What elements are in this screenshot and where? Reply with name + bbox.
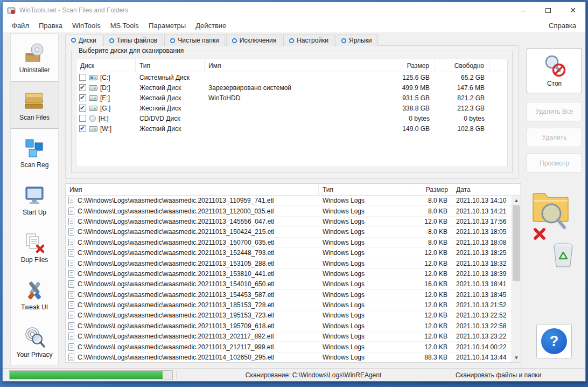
file-icon [68, 312, 74, 319]
scroll-down-icon[interactable]: ▼ [512, 353, 521, 362]
file-row[interactable]: C:\Windows\Logs\waasmedic\waasmedic.2021… [66, 248, 512, 258]
sidebar-item-uninstaller[interactable]: Uninstaller [11, 34, 58, 81]
preview-button[interactable]: Просмотр [527, 154, 582, 173]
file-size: 12.0 KB [410, 312, 452, 319]
file-row[interactable]: C:\Windows\Logs\waasmedic\waasmedic.2021… [66, 227, 512, 237]
file-list-header: Имя Тип Размер Дата [66, 184, 521, 196]
scroll-up-icon[interactable]: ▲ [512, 196, 521, 205]
recycle-bin-icon [548, 239, 579, 271]
sidebar-item-scan-files[interactable]: Scan Files [11, 81, 58, 129]
drive-size: 0 bytes [382, 115, 435, 122]
drive-type: Жесткий Диск [136, 125, 205, 133]
sidebar-item-label: Tweak UI [21, 303, 48, 311]
tab[interactable]: Исключения [226, 34, 283, 46]
scan-files-icon [23, 89, 46, 112]
disk-checkbox[interactable] [79, 84, 86, 91]
menu-item[interactable]: WinTools [67, 20, 106, 31]
menu-item[interactable]: Действие [191, 20, 231, 31]
file-icon [68, 291, 74, 299]
maximize-button[interactable] [536, 2, 561, 18]
disk-cell: [G:] [76, 105, 136, 112]
menu-item-help[interactable]: Справка [544, 20, 581, 31]
tab[interactable]: Ярлыки [335, 34, 378, 46]
file-row[interactable]: C:\Windows\Logs\waasmedic\waasmedic.2021… [66, 196, 512, 206]
file-name-cell: C:\Windows\Logs\waasmedic\waasmedic.2021… [66, 354, 319, 361]
file-path: C:\Windows\Logs\waasmedic\waasmedic.2021… [78, 354, 274, 361]
column-header-file-size[interactable]: Размер [410, 184, 452, 195]
file-row[interactable]: C:\Windows\Logs\waasmedic\waasmedic.2021… [66, 258, 512, 268]
menu-items: ФайлПравкаWinToolsMS ToolsПараметрыДейст… [7, 20, 231, 31]
disk-table-header: Диск Тип Имя Размер Свободно [76, 59, 507, 72]
column-header-file-type[interactable]: Тип [319, 184, 410, 195]
sidebar-item-dup-files[interactable]: Dup Files [11, 224, 58, 271]
drive-free: 821.2 GB [435, 94, 490, 102]
statusbar-divider [451, 371, 451, 379]
tab[interactable]: Типы файлов [103, 34, 163, 46]
file-row[interactable]: C:\Windows\Logs\waasmedic\waasmedic.2021… [66, 331, 512, 342]
minimize-button[interactable]: – [511, 2, 536, 18]
column-header-disk[interactable]: Диск [76, 59, 136, 72]
file-row[interactable]: C:\Windows\Logs\waasmedic\waasmedic.2021… [66, 238, 512, 248]
sidebar-item-your-privacy[interactable]: Your Privacy [11, 319, 58, 366]
tab-label: Ярлыки [349, 37, 372, 44]
tab[interactable]: Настройки [283, 34, 334, 46]
file-row[interactable]: C:\Windows\Logs\waasmedic\waasmedic.2021… [66, 269, 512, 279]
file-row[interactable]: C:\Windows\Logs\waasmedic\waasmedic.2021… [66, 321, 512, 331]
delete-button[interactable]: Удалить [527, 128, 582, 147]
drive-letter: [E:] [100, 94, 110, 102]
column-header-name[interactable]: Имя [205, 59, 382, 72]
tab-label: Диски [79, 37, 96, 44]
disk-row[interactable]: [E:] Жесткий Диск WinToHDD 931.5 GB 821.… [76, 93, 507, 103]
column-header-free[interactable]: Свободно [435, 59, 490, 72]
disk-checkbox[interactable] [79, 74, 86, 81]
close-button[interactable]: ✕ [561, 2, 585, 18]
tab-label: Исключения [240, 37, 277, 44]
help-button[interactable]: ? [536, 324, 572, 358]
tab-circle-icon [71, 38, 76, 43]
file-row[interactable]: C:\Windows\Logs\waasmedic\waasmedic.2021… [66, 290, 512, 300]
stop-button[interactable]: Стоп [527, 48, 582, 93]
disk-checkbox[interactable] [79, 105, 86, 112]
file-size: 12.0 KB [410, 218, 452, 225]
disk-row[interactable]: [W:] Жесткий Диск 149.0 GB 102.8 GB [76, 123, 507, 134]
disk-row[interactable]: [D:] Жесткий Диск Зарезервировано систем… [76, 82, 507, 93]
disk-groupbox: Выберите диски для сканирования Диск Тип… [71, 51, 513, 173]
file-row[interactable]: C:\Windows\Logs\waasmedic\waasmedic.2021… [66, 310, 512, 321]
column-header-file-date[interactable]: Дата [452, 184, 521, 195]
file-row[interactable]: C:\Windows\Logs\waasmedic\waasmedic.2021… [66, 353, 512, 362]
file-row[interactable]: C:\Windows\Logs\waasmedic\waasmedic.2021… [66, 342, 512, 352]
menu-item[interactable]: MS Tools [106, 20, 144, 31]
drive-free: 102.8 GB [435, 125, 490, 133]
disk-checkbox[interactable] [79, 115, 86, 122]
disk-row[interactable]: [H:] CD/DVD Диск 0 bytes 0 bytes [76, 113, 507, 123]
scrollbar-thumb[interactable] [513, 205, 520, 281]
sidebar-item-tweak-ui[interactable]: Tweak UI [11, 271, 58, 319]
file-type: Windows Logs [319, 228, 410, 236]
drive-icon [89, 126, 97, 132]
disk-row[interactable]: [G:] Жесткий Диск 338.8 GB 212.3 GB [76, 103, 507, 113]
sidebar-item-start-up[interactable]: Start Up [11, 176, 58, 224]
file-row[interactable]: C:\Windows\Logs\waasmedic\waasmedic.2021… [66, 217, 512, 227]
disk-checkbox[interactable] [79, 125, 86, 132]
file-row[interactable]: C:\Windows\Logs\waasmedic\waasmedic.2021… [66, 300, 512, 310]
disk-row[interactable]: [C:] Системный Диск 125.6 GB 65.2 GB [76, 72, 507, 82]
file-size: 8.0 KB [410, 197, 452, 204]
menu-item[interactable]: Файл [7, 20, 34, 31]
column-header-file-name[interactable]: Имя [66, 184, 319, 195]
file-type: Windows Logs [319, 343, 410, 351]
disk-checkbox[interactable] [79, 94, 86, 101]
file-row[interactable]: C:\Windows\Logs\waasmedic\waasmedic.2021… [66, 206, 512, 216]
delete-all-button[interactable]: Удалить Все [527, 102, 582, 121]
column-header-size[interactable]: Размер [382, 59, 435, 72]
menu-item[interactable]: Параметры [144, 20, 191, 31]
menu-item[interactable]: Правка [34, 20, 67, 31]
file-row[interactable]: C:\Windows\Logs\waasmedic\waasmedic.2021… [66, 279, 512, 289]
file-icon [68, 260, 74, 267]
file-type: Windows Logs [319, 208, 410, 215]
tab[interactable]: Чистые папки [164, 34, 225, 46]
tab[interactable]: Диски [65, 34, 102, 46]
file-date: 2021.10.13 18:05 [452, 228, 512, 236]
sidebar-item-scan-reg[interactable]: Scan Reg [11, 129, 58, 176]
column-header-type[interactable]: Тип [136, 59, 205, 72]
file-list-scrollbar[interactable]: ▲ ▼ [512, 196, 521, 362]
